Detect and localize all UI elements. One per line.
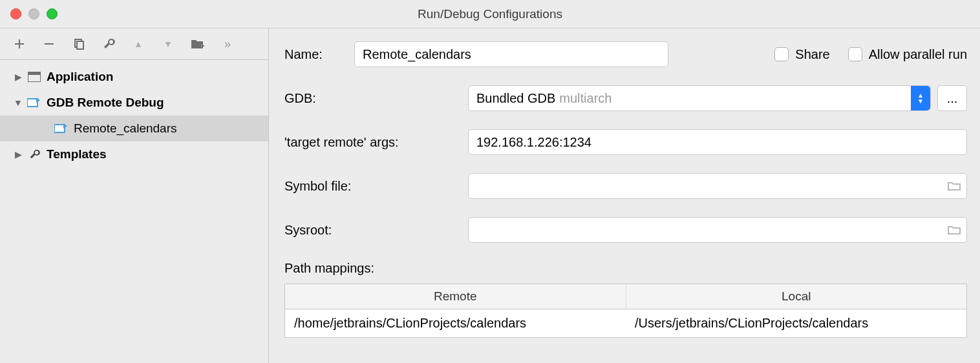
remote-debug-icon — [53, 122, 70, 135]
updown-arrows-icon: ▲▼ — [911, 86, 930, 110]
gdb-label: GDB: — [284, 91, 468, 106]
tree-label: GDB Remote Debug — [47, 96, 164, 110]
symbol-file-row: Symbol file: — [284, 173, 967, 199]
copy-icon[interactable] — [71, 36, 87, 52]
path-mappings-label: Path mappings: — [284, 261, 967, 276]
checkbox-icon — [848, 47, 862, 61]
tree-label: Remote_calendars — [74, 121, 176, 136]
app-icon — [26, 70, 43, 83]
gdb-browse-button[interactable]: ... — [937, 85, 967, 111]
tree-label: Application — [47, 70, 113, 84]
svg-rect-0 — [45, 43, 54, 45]
tree-item-remote-calendars[interactable]: Remote_calendars — [0, 116, 268, 141]
chevron-right-icon: ▶ — [13, 149, 23, 160]
svg-rect-5 — [27, 99, 37, 107]
titlebar: Run/Debug Configurations — [0, 0, 980, 28]
move-down-icon[interactable]: ▼ — [160, 36, 176, 52]
window-controls — [0, 8, 58, 19]
symbol-file-input[interactable] — [468, 173, 967, 199]
remove-icon[interactable] — [41, 36, 57, 52]
folder-save-icon[interactable] — [190, 36, 206, 52]
share-label: Share — [795, 47, 829, 62]
remote-debug-icon — [26, 96, 43, 109]
gdb-select[interactable]: Bundled GDB multiarch ▲▼ — [468, 85, 931, 111]
minimize-window-button[interactable] — [28, 8, 39, 19]
allow-parallel-label: Allow parallel run — [869, 47, 967, 62]
svg-rect-4 — [28, 72, 41, 75]
tree-item-application[interactable]: ▶ Application — [0, 64, 268, 90]
add-icon[interactable] — [12, 36, 27, 52]
close-window-button[interactable] — [10, 8, 21, 19]
name-label: Name: — [284, 47, 354, 62]
checkbox-icon — [774, 47, 789, 61]
chevron-right-icon: ▶ — [13, 72, 23, 82]
gdb-value: Bundled GDB — [476, 91, 555, 106]
main-area: ▲ ▼ » ▶ Application ▼ GDB Remote Debug — [0, 28, 980, 363]
more-icon[interactable]: » — [220, 36, 235, 52]
gdb-hint: multiarch — [559, 91, 612, 106]
target-args-row: 'target remote' args: — [284, 129, 967, 155]
col-local[interactable]: Local — [626, 284, 967, 309]
wrench-icon[interactable] — [101, 36, 116, 52]
svg-rect-2 — [77, 41, 83, 49]
path-mappings-table: Remote Local /home/jetbrains/CLionProjec… — [284, 284, 967, 338]
svg-rect-6 — [54, 125, 65, 132]
col-remote[interactable]: Remote — [285, 284, 626, 309]
config-tree: ▶ Application ▼ GDB Remote Debug Remote_… — [0, 60, 268, 363]
zoom-window-button[interactable] — [47, 8, 58, 19]
folder-icon[interactable] — [948, 225, 961, 235]
sidebar-toolbar: ▲ ▼ » — [0, 28, 268, 60]
sysroot-input[interactable] — [468, 217, 967, 243]
tree-item-gdb-remote-debug[interactable]: ▼ GDB Remote Debug — [0, 90, 268, 116]
target-args-label: 'target remote' args: — [284, 135, 468, 150]
allow-parallel-checkbox[interactable]: Allow parallel run — [848, 47, 967, 62]
sysroot-label: Sysroot: — [284, 223, 468, 238]
name-input[interactable] — [354, 41, 668, 67]
share-checkbox[interactable]: Share — [774, 47, 829, 62]
table-header: Remote Local — [285, 284, 966, 309]
sysroot-row: Sysroot: — [284, 217, 967, 243]
cell-remote: /home/jetbrains/CLionProjects/calendars — [285, 309, 626, 337]
config-form: Name: Share Allow parallel run GDB: Bund… — [269, 28, 980, 363]
name-row: Name: Share Allow parallel run — [284, 41, 967, 67]
tree-item-templates[interactable]: ▶ Templates — [0, 141, 268, 167]
tree-label: Templates — [47, 147, 107, 161]
wrench-icon — [26, 148, 43, 161]
window-title: Run/Debug Configurations — [418, 7, 562, 21]
gdb-row: GDB: Bundled GDB multiarch ▲▼ ... — [284, 85, 967, 111]
chevron-down-icon: ▼ — [13, 98, 23, 108]
cell-local: /Users/jetbrains/CLionProjects/calendars — [626, 309, 966, 337]
symbol-file-label: Symbol file: — [284, 179, 468, 194]
table-row[interactable]: /home/jetbrains/CLionProjects/calendars … — [285, 309, 966, 337]
sidebar: ▲ ▼ » ▶ Application ▼ GDB Remote Debug — [0, 28, 269, 363]
folder-icon[interactable] — [948, 181, 961, 191]
target-args-input[interactable] — [468, 129, 967, 155]
move-up-icon[interactable]: ▲ — [131, 36, 146, 52]
